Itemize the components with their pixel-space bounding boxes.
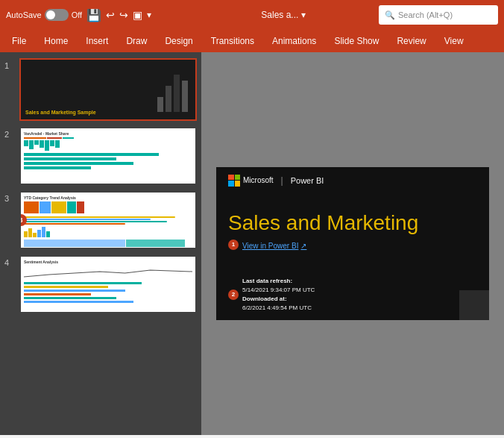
- tab-animations[interactable]: Animations: [263, 30, 325, 52]
- slide-number-4: 4: [4, 258, 15, 267]
- slide-badge-2: 2: [228, 290, 239, 300]
- slide-thumb-2[interactable]: VanArsdel - Market Share: [19, 127, 197, 185]
- slide-thumb-4[interactable]: Sentiment Analysis: [19, 255, 197, 313]
- slide-badge2-row: 2 Last data refresh: 5/14/2021 9:34:07 P…: [228, 277, 477, 313]
- thumb-2-bars: [24, 140, 192, 151]
- thumb-2-hbars: [24, 153, 192, 169]
- powerbi-label: Power BI: [291, 176, 324, 185]
- thumb-3-colorblocks: [24, 201, 192, 213]
- slide-view-link[interactable]: View in Power BI ↗: [242, 242, 306, 250]
- autosave-toggle[interactable]: [45, 9, 69, 21]
- dark-corner: [459, 290, 489, 320]
- tab-file[interactable]: File: [3, 30, 35, 52]
- thumb-3-lines: [24, 216, 192, 225]
- dropdown-icon[interactable]: ▾: [147, 10, 151, 20]
- main-area: 1 Sales and Marketing Sample 2 VanAr: [0, 52, 504, 435]
- present-icon[interactable]: ▣: [133, 9, 142, 21]
- downloaded-value: 6/2/2021 4:49:54 PM UTC: [242, 304, 315, 313]
- external-link-icon: ↗: [300, 242, 306, 250]
- title-bar-left: AutoSave Off 💾 ↩ ↪ ▣ ▾: [6, 8, 188, 22]
- slide-number-3: 3: [4, 194, 15, 203]
- tab-home[interactable]: Home: [35, 30, 77, 52]
- filename-label: Sales a...: [261, 10, 298, 20]
- ms-logo: Microsoft: [228, 175, 274, 187]
- search-icon: 🔍: [385, 10, 395, 20]
- thumb-4-gantt: [24, 282, 192, 303]
- slide-panel: 1 Sales and Marketing Sample 2 VanAr: [0, 52, 201, 435]
- downloaded-label: Downloaded at:: [242, 295, 287, 302]
- redo-icon[interactable]: ↪: [119, 9, 128, 21]
- slide-view: Microsoft | Power BI Sales and Marketing…: [201, 52, 504, 435]
- slide-item-1[interactable]: 1 Sales and Marketing Sample: [4, 58, 197, 121]
- ms-squares-icon: [228, 175, 240, 187]
- autosave-label: AutoSave: [6, 10, 42, 19]
- thumb-1-title: Sales and Marketing Sample: [25, 110, 96, 115]
- thumb-4-line: [24, 266, 192, 281]
- title-bar: AutoSave Off 💾 ↩ ↪ ▣ ▾ Sales a... ▾ 🔍 Se…: [0, 0, 504, 30]
- tab-review[interactable]: Review: [388, 30, 435, 52]
- autosave-knob: [46, 10, 55, 19]
- ms-separator: |: [281, 175, 283, 186]
- slide-link-row: 1 View in Power BI ↗: [228, 239, 477, 250]
- thumb-3-map: [24, 240, 192, 247]
- tab-transitions[interactable]: Transitions: [202, 30, 263, 52]
- slide-badge-1: 1: [228, 240, 239, 250]
- slide-item-4[interactable]: 4 Sentiment Analysis: [4, 255, 197, 313]
- slide-data-info: 2 Last data refresh: 5/14/2021 9:34:07 P…: [216, 271, 489, 320]
- tab-slideshow[interactable]: Slide Show: [325, 30, 388, 52]
- filename-dropdown[interactable]: ▾: [301, 10, 306, 20]
- tab-insert[interactable]: Insert: [77, 30, 117, 52]
- slide-top-bar: Microsoft | Power BI: [216, 167, 489, 194]
- thumb-3-header: YTD Category Trend Analysis: [24, 195, 192, 200]
- search-placeholder: Search (Alt+Q): [398, 10, 453, 19]
- tab-view[interactable]: View: [435, 30, 473, 52]
- tab-design[interactable]: Design: [156, 30, 201, 52]
- thumb-3-barchart: [24, 227, 192, 237]
- slide-number-1: 1: [4, 61, 15, 70]
- autosave-state: Off: [72, 10, 82, 19]
- ribbon-tabs: File Home Insert Draw Design Transitions…: [0, 30, 504, 52]
- thumb-4-header: Sentiment Analysis: [24, 260, 192, 264]
- title-center: Sales a... ▾: [192, 10, 374, 20]
- thumb-2-header: VanArsdel - Market Share: [24, 131, 192, 136]
- slide-thumb-3[interactable]: 3 YTD Category Trend Analysis: [19, 191, 197, 249]
- slide-data-text: Last data refresh: 5/14/2021 9:34:07 PM …: [242, 277, 315, 313]
- ms-label: Microsoft: [243, 176, 274, 184]
- save-icon[interactable]: 💾: [86, 8, 101, 22]
- slide-title-area: Sales and Marketing 1 View in Power BI ↗: [216, 194, 489, 272]
- thumb-1-bars: [157, 75, 188, 112]
- slide-canvas: Microsoft | Power BI Sales and Marketing…: [216, 167, 489, 321]
- undo-icon[interactable]: ↩: [106, 9, 115, 21]
- slide-item-3[interactable]: 3 3 YTD Category Trend Analysis: [4, 191, 197, 249]
- slide-item-2[interactable]: 2 VanArsdel - Market Share: [4, 127, 197, 185]
- refresh-label: Last data refresh:: [242, 278, 292, 284]
- slide-number-2: 2: [4, 130, 15, 139]
- thumb-2-chart: [24, 137, 192, 139]
- tab-draw[interactable]: Draw: [117, 30, 156, 52]
- slide-main-title: Sales and Marketing: [228, 212, 477, 235]
- refresh-value: 5/14/2021 9:34:07 PM UTC: [242, 286, 315, 295]
- slide-link-text: View in Power BI: [242, 242, 298, 250]
- slide-thumb-1[interactable]: Sales and Marketing Sample: [19, 58, 197, 121]
- autosave-group: AutoSave Off: [6, 9, 82, 21]
- search-box[interactable]: 🔍 Search (Alt+Q): [379, 5, 498, 25]
